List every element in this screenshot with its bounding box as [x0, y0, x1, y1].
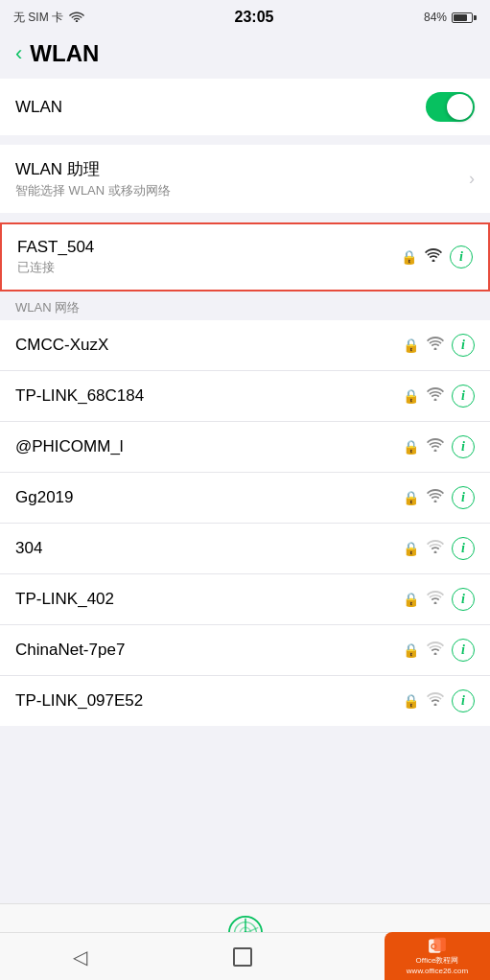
network-info-btn[interactable]: i: [452, 486, 475, 509]
wlan-networks-header-label: WLAN 网络: [15, 300, 80, 315]
wlan-toggle-label-container: WLAN: [15, 98, 426, 117]
network-icons: 🔒 i: [403, 435, 475, 458]
wlan-toggle-section: WLAN: [0, 79, 490, 135]
lock-icon: 🔒: [403, 642, 419, 658]
toggle-knob: [447, 94, 473, 120]
svg-point-5: [434, 501, 437, 503]
wlan-networks-header: WLAN 网络: [0, 292, 490, 320]
network-list: CMCC-XuzX 🔒 i TP-LINK_68C184 🔒: [0, 320, 490, 726]
list-item[interactable]: CMCC-XuzX 🔒 i: [0, 320, 490, 371]
wifi-full-icon: [427, 438, 444, 455]
office-logo-icon: O: [426, 936, 449, 956]
wifi-full-icon: [427, 387, 444, 405]
back-button[interactable]: ‹: [15, 43, 24, 64]
svg-rect-17: [433, 938, 445, 951]
wifi-signal-icon-connected: [425, 248, 442, 266]
lock-icon: 🔒: [403, 439, 419, 455]
list-item[interactable]: Gg2019 🔒 i: [0, 473, 490, 524]
lock-icon: 🔒: [403, 388, 419, 404]
page-title: WLAN: [30, 40, 99, 67]
network-info-btn[interactable]: i: [452, 537, 475, 560]
watermark: O Office教程网www.office26.com: [385, 932, 490, 980]
network-name: @PHICOMM_l: [15, 437, 403, 456]
list-item[interactable]: TP-LINK_68C184 🔒 i: [0, 371, 490, 422]
network-icons: 🔒 i: [403, 588, 475, 611]
wlan-toggle-label: WLAN: [15, 98, 426, 117]
list-item[interactable]: TP-LINK_097E52 🔒 i: [0, 676, 490, 726]
lock-icon: 🔒: [403, 490, 419, 505]
network-info-btn[interactable]: i: [452, 689, 475, 712]
status-time: 23:05: [235, 9, 274, 26]
recents-icon: [233, 947, 252, 967]
back-nav-button[interactable]: ◁: [73, 945, 87, 968]
wlan-toggle-row: WLAN: [0, 79, 490, 135]
lock-icon: 🔒: [401, 249, 417, 265]
network-name: TP-LINK_402: [15, 590, 403, 609]
wlan-assist-row[interactable]: WLAN 助理 智能选择 WLAN 或移动网络 ›: [0, 145, 490, 213]
network-icons: 🔒 i: [403, 486, 475, 509]
network-icons: 🔒 i: [403, 639, 475, 662]
status-left: 无 SIM 卡: [13, 10, 84, 26]
status-bar: 无 SIM 卡 23:05 84%: [0, 0, 490, 35]
network-icons: 🔒 i: [403, 537, 475, 560]
phone-nav-bar: ◁ O Office教程网www.office26.com: [0, 932, 490, 980]
wlan-assist-title: WLAN 助理: [15, 158, 469, 180]
list-item[interactable]: TP-LINK_402 🔒 i: [0, 574, 490, 625]
svg-point-6: [434, 551, 437, 554]
network-icons: 🔒 i: [403, 689, 475, 712]
back-chevron-icon: ‹: [15, 43, 22, 64]
lock-icon: 🔒: [403, 693, 419, 709]
watermark-text: Office教程网www.office26.com: [407, 956, 468, 976]
lock-icon: 🔒: [403, 592, 419, 607]
connected-network-row[interactable]: FAST_504 已连接 🔒 i: [0, 222, 490, 292]
network-name: CMCC-XuzX: [15, 336, 403, 355]
network-info-btn[interactable]: i: [452, 435, 475, 458]
separator-2: [0, 213, 490, 222]
network-name: TP-LINK_097E52: [15, 691, 403, 711]
network-icons: 🔒 i: [403, 385, 475, 408]
lock-icon: 🔒: [403, 338, 419, 353]
battery-percent: 84%: [424, 11, 447, 24]
wifi-weak-icon: [427, 692, 444, 710]
status-right: 84%: [424, 11, 477, 24]
svg-point-4: [434, 450, 437, 453]
svg-point-2: [434, 348, 437, 351]
battery-icon: [452, 12, 477, 23]
lock-icon: 🔒: [403, 541, 419, 556]
connected-network-status: 已连接: [17, 259, 401, 276]
network-name: 304: [15, 539, 403, 558]
network-info-btn[interactable]: i: [452, 639, 475, 662]
network-name: ChinaNet-7pe7: [15, 641, 403, 660]
network-info-btn[interactable]: i: [452, 588, 475, 611]
svg-point-3: [434, 399, 437, 402]
wlan-toggle[interactable]: [426, 92, 475, 122]
wifi-weak-icon: [427, 642, 444, 659]
wifi-weak-icon: [427, 591, 444, 608]
network-info-btn[interactable]: i: [452, 385, 475, 408]
network-info-btn[interactable]: i: [452, 334, 475, 357]
list-item[interactable]: ChinaNet-7pe7 🔒 i: [0, 625, 490, 676]
list-item[interactable]: 304 🔒 i: [0, 524, 490, 574]
wlan-assist-content: WLAN 助理 智能选择 WLAN 或移动网络: [15, 158, 469, 199]
wlan-assist-right: ›: [469, 169, 475, 189]
wifi-full-icon: [427, 337, 444, 354]
network-name: Gg2019: [15, 488, 403, 507]
separator-1: [0, 135, 490, 145]
svg-point-1: [432, 260, 435, 263]
list-item[interactable]: @PHICOMM_l 🔒 i: [0, 422, 490, 473]
connected-network-info-btn[interactable]: i: [450, 245, 473, 268]
network-name: TP-LINK_68C184: [15, 386, 403, 406]
connected-network-name: FAST_504: [17, 238, 401, 257]
wlan-assist-section: WLAN 助理 智能选择 WLAN 或移动网络 ›: [0, 145, 490, 213]
svg-point-9: [434, 704, 437, 707]
wlan-toggle-right: [426, 92, 475, 122]
svg-point-8: [434, 653, 437, 656]
header: ‹ WLAN: [0, 35, 490, 79]
connected-network-icons: 🔒 i: [401, 245, 473, 268]
no-sim-label: 无 SIM 卡: [13, 10, 63, 26]
square-nav-button[interactable]: [233, 947, 252, 967]
network-icons: 🔒 i: [403, 334, 475, 357]
connected-network-content: FAST_504 已连接: [17, 238, 401, 276]
wifi-weak-icon: [427, 540, 444, 557]
chevron-right-icon: ›: [469, 169, 475, 189]
